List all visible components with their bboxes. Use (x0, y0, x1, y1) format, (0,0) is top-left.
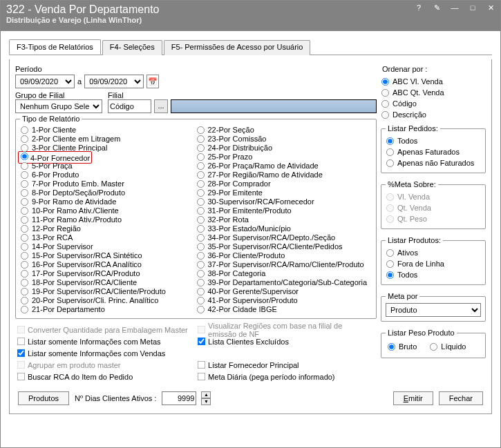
periodo-from[interactable]: 09/09/2020 (15, 75, 75, 88)
tipo-option[interactable]: 27-Por Região/Ramo de Atividade (196, 171, 372, 179)
tipo-option[interactable]: 37-Por Supervisor/RCA/Ramo/Cliente/Produ… (196, 260, 372, 269)
tipo-option[interactable]: 6-Por Produto (20, 171, 196, 179)
tipo-option[interactable]: 10-Por Ramo Ativ./Cliente (20, 206, 196, 215)
ordenar-option[interactable]: ABC Qt. Venda (381, 87, 486, 98)
listarped-option[interactable]: Apenas Faturados (386, 146, 481, 157)
tipo-option[interactable]: 33-Por Estado/Município (196, 224, 372, 233)
tipo-option[interactable]: 2-Por Cliente em Litragem (20, 135, 196, 144)
help-icon[interactable]: ? (413, 3, 424, 12)
meta-por-select[interactable]: Produto (386, 303, 481, 317)
tipo-option[interactable]: 12-Por Região (20, 224, 196, 233)
tipo-option[interactable]: 23-Por Comissão (196, 135, 372, 144)
tipo-option[interactable]: 17-Por Supervisor/RCA/Produto (20, 269, 196, 278)
check-listar-metas[interactable]: Listar somente Informações com Metas (17, 336, 189, 347)
tipo-option[interactable]: 15-Por Supervisor/RCA Sintético (20, 251, 196, 260)
tipo-relatorio-group: Tipo de Relatório 1-Por Cliente2-Por Cli… (15, 115, 377, 319)
tipo-option[interactable]: 18-Por Supervisor/RCA/Cliente (20, 278, 196, 287)
listarpeso-option[interactable]: Líquido (429, 341, 466, 352)
tipo-option[interactable]: 20-Por Supervisor/Cli. Princ. Analítico (20, 296, 196, 305)
listarped-option[interactable]: Todos (386, 135, 481, 146)
ordenar-option[interactable]: Descrição (381, 109, 486, 120)
close-icon[interactable]: ✕ (485, 3, 496, 12)
listarprod-option[interactable]: Ativos (386, 247, 481, 258)
minimize-icon[interactable]: — (449, 3, 460, 12)
grupo-label: Grupo de Filial (15, 91, 102, 99)
tab-f5-permissoes[interactable]: F5- Permissões de Acesso por Usuário (164, 40, 311, 55)
titlebar: 322 - Venda Por Departamento Distribuiçã… (1, 1, 500, 31)
spin-down-icon[interactable]: ▼ (201, 398, 211, 405)
fechar-button[interactable]: Fechar (439, 391, 483, 405)
metasobre-option: Qt. Peso (386, 213, 481, 224)
tipo-option[interactable]: 26-Por Praça/Ramo de Atividade (196, 162, 372, 171)
ordenar-label: Ordenar por : (381, 65, 486, 75)
periodo-a: a (77, 77, 82, 86)
tipo-option[interactable]: 19-Por Supervisor/RCA/Cliente/Produto (20, 287, 196, 296)
tab-strip: F3-Tipos de Relatórios F4- Seleções F5- … (9, 39, 492, 55)
tipo-option[interactable]: 13-Por RCA (20, 233, 196, 242)
produtos-button[interactable]: Produtos (18, 391, 69, 405)
listar-peso-group: Listar Peso Produto BrutoLíquido (381, 329, 486, 358)
spin-up-icon[interactable]: ▲ (201, 391, 211, 398)
filial-code-input[interactable] (108, 99, 151, 113)
tipo-option[interactable]: 41-Por Supervisor/Produto (196, 296, 372, 305)
check-agrupar-master: Agrupar em produto master (17, 360, 189, 370)
tipo-option[interactable]: 5-Por Praça (20, 162, 196, 171)
dias-ativos-input[interactable] (162, 391, 196, 405)
periodo-to[interactable]: 09/09/2020 (84, 75, 144, 88)
tipo-option[interactable]: 38-Por Categoria (196, 269, 372, 278)
listarped-option[interactable]: Apenas não Faturados (386, 157, 481, 168)
emitir-button[interactable]: Emitir (393, 391, 433, 405)
tipo-option[interactable]: 25-Por Prazo (196, 153, 372, 162)
filial-label: Filial (108, 91, 377, 99)
tipo-option[interactable]: 36-Por Cliente/Produto (196, 251, 372, 260)
tipo-option[interactable]: 40-Por Gerente/Supervisor (196, 287, 372, 296)
filial-lookup-button[interactable]: ... (154, 99, 168, 113)
tipo-option[interactable]: 34-Por Supervisor/RCA/Depto./Seção (196, 233, 372, 242)
tipo-option[interactable]: 28-Por Comprador (196, 179, 372, 188)
dias-label: Nº Dias Clientes Ativos : (75, 394, 156, 402)
check-meta-diaria[interactable]: Meta Diária (pega período informado) (197, 371, 369, 382)
listarprod-option[interactable]: Todos (386, 269, 481, 280)
tipo-option[interactable]: 8-Por Depto/Seção/Produto (20, 188, 196, 197)
tipo-option[interactable]: 9-Por Ramo de Atividade (20, 197, 196, 206)
tipo-option[interactable]: 29-Por Emitente (196, 188, 372, 197)
calendar-icon[interactable]: 📅 (146, 75, 159, 88)
tipo-option[interactable]: 16-Por Supervisor/RCA Analítico (20, 260, 196, 269)
maximize-icon[interactable]: □ (467, 3, 478, 12)
check-listar-fornecedor-principal[interactable]: Listar Fornecedor Principal (197, 360, 369, 370)
tipo-option[interactable]: 1-Por Cliente (20, 126, 196, 135)
tipo-option[interactable]: 22-Por Seção (196, 126, 372, 135)
check-listar-vendas[interactable]: Listar somente Informações com Vendas (17, 348, 189, 358)
options-checks: Converter Quantidade para Embalagem Mast… (15, 322, 377, 382)
ordenar-option[interactable]: ABC Vl. Venda (381, 76, 486, 87)
edit-icon[interactable]: ✎ (431, 3, 442, 12)
listar-pedidos-group: Listar Pedidos: TodosApenas FaturadosApe… (381, 124, 486, 173)
tipo-option[interactable]: 39-Por Departamento/Categoria/Sub-Catego… (196, 278, 372, 287)
check-visualizar-regioes: Visualizar Regiões com base na filial de… (197, 324, 369, 335)
tipo-option[interactable]: 11-Por Ramo Ativ./Produto (20, 215, 196, 224)
ordenar-option[interactable]: Código (381, 98, 486, 109)
filial-display[interactable] (171, 99, 377, 113)
dias-spinner[interactable]: ▲▼ (201, 391, 211, 405)
check-converter-qtd: Converter Quantidade para Embalagem Mast… (17, 324, 189, 335)
window-subtitle: Distribuição e Varejo (Linha WinThor) (6, 16, 495, 24)
tipo-option[interactable]: 7-Por Produto Emb. Master (20, 179, 196, 188)
meta-por-group: Meta por Produto (381, 292, 486, 322)
listarprod-option[interactable]: Fora de Linha (386, 258, 481, 269)
check-lista-clientes-excluidos[interactable]: Lista Clientes Excluídos (197, 336, 369, 347)
tipo-option[interactable]: 31-Por Emitente/Produto (196, 206, 372, 215)
tipo-option[interactable]: 4-Por Fornecedor (20, 153, 196, 162)
check-buscar-rca-item[interactable]: Buscar RCA do Item do Pedido (17, 371, 189, 382)
tipo-option[interactable]: 30-Supervisor/RCA/Fornecedor (196, 197, 372, 206)
tab-f4-selecoes[interactable]: F4- Seleções (102, 40, 162, 55)
tipo-option[interactable]: 21-Por Departamento (20, 305, 196, 314)
listarpeso-option[interactable]: Bruto (387, 341, 417, 352)
tipo-option[interactable]: 32-Por Rota (196, 215, 372, 224)
tipo-option[interactable]: 14-Por Supervisor (20, 242, 196, 251)
tab-f3-tipos[interactable]: F3-Tipos de Relatórios (9, 39, 101, 55)
tipo-option[interactable]: 24-Por Distribuição (196, 144, 372, 153)
tipo-option[interactable]: 42-Por Cidade IBGE (196, 305, 372, 314)
tipo-legend: Tipo de Relatório (20, 115, 82, 123)
tipo-option[interactable]: 35-Por Supervisor/RCA/Cliente/Pedidos (196, 242, 372, 251)
grupo-filial-select[interactable]: Nenhum Grupo Selec (15, 99, 102, 113)
